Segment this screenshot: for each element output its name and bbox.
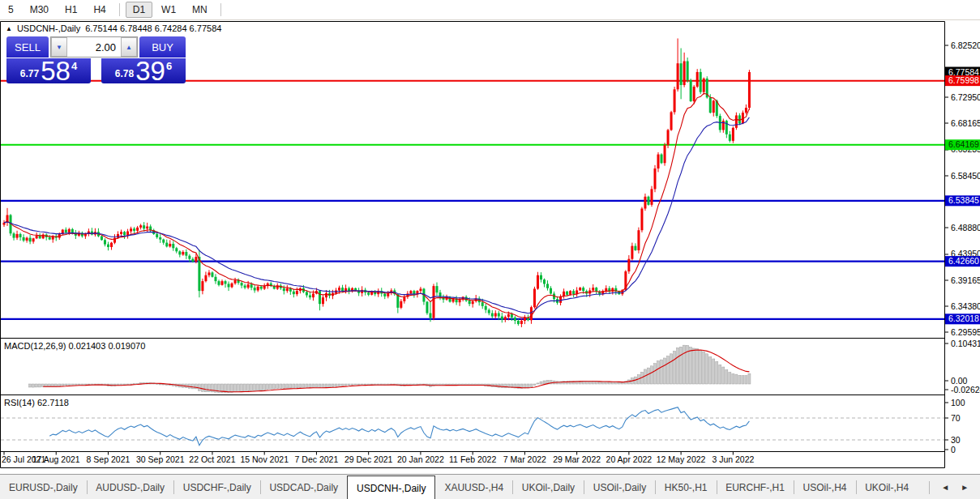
mt4-window: { "toolbar": { "periods": ["5", "M30", "…	[0, 0, 980, 499]
sell-price-display[interactable]: 6.77 58 4	[6, 58, 91, 83]
candle	[409, 291, 412, 293]
tf-button-m30[interactable]: M30	[23, 2, 56, 18]
candle	[107, 245, 109, 247]
sell-button[interactable]: SELL	[6, 36, 49, 58]
volume-input[interactable]: 2.00	[67, 37, 121, 57]
candle	[169, 244, 171, 246]
date-tick-label: 8 Sep 2021	[87, 454, 131, 464]
hline-layer[interactable]	[1, 81, 944, 319]
candle	[637, 230, 640, 250]
symbol-tab-usdchf-daily[interactable]: USDCHF-,Daily	[174, 475, 260, 499]
candle	[485, 306, 487, 310]
candle	[693, 87, 695, 101]
candle	[29, 238, 32, 242]
candle	[208, 272, 210, 275]
candle	[472, 301, 474, 304]
tf-button-h1[interactable]: H1	[58, 2, 84, 18]
candle	[488, 310, 490, 313]
sell-price-sup: 4	[71, 60, 77, 72]
candle	[49, 237, 51, 240]
date-tick-label: 17 Aug 2021	[32, 454, 80, 464]
candle	[550, 288, 552, 294]
blue-line-badge-3: 6.32018	[945, 313, 980, 324]
symbol-tab-audusd-daily[interactable]: AUDUSD-,Daily	[87, 475, 173, 499]
candle	[595, 288, 597, 292]
tabs-scroll-left[interactable]: ◄	[941, 483, 949, 492]
candle	[703, 79, 705, 92]
timeframe-toolbar: 5M30H1H4D1W1MN	[0, 0, 980, 20]
symbol-tab-usdcad-daily[interactable]: USDCAD-,Daily	[260, 475, 347, 499]
candle	[507, 314, 510, 317]
symbol-tab-xauusd-h4[interactable]: XAUUSD-,H4	[435, 475, 512, 499]
buy-price-display[interactable]: 6.78 39 6	[101, 58, 186, 83]
candle	[748, 72, 751, 108]
tf-button-5[interactable]: 5	[1, 2, 21, 18]
date-tick-label: 29 Dec 2021	[344, 454, 393, 464]
symbol-tab-usoil-daily[interactable]: USOil-,Daily	[584, 475, 655, 499]
tf-button-h4[interactable]: H4	[86, 2, 113, 18]
candle	[631, 246, 633, 259]
symbol-tab-eurchf-h1[interactable]: EURCHF-,H1	[717, 475, 794, 499]
candle	[403, 297, 405, 301]
volume-increase-button[interactable]: ▲	[121, 37, 137, 57]
macd-axis-label: 0.104313	[951, 339, 980, 348]
tabs-scroll-right[interactable]: ►	[961, 483, 969, 492]
candle	[19, 234, 22, 237]
tf-button-w1[interactable]: W1	[154, 2, 183, 18]
candle	[469, 301, 471, 304]
candle	[517, 321, 520, 324]
candle	[725, 121, 728, 134]
candle	[36, 236, 38, 238]
candle	[501, 317, 503, 320]
tf-button-mn[interactable]: MN	[185, 2, 215, 18]
symbol-tab-ukoil-h4[interactable]: UKOil-,H4	[856, 475, 918, 499]
candle	[296, 291, 298, 294]
candle	[286, 288, 289, 291]
candle	[713, 100, 715, 113]
candle	[257, 287, 259, 291]
candle	[520, 321, 523, 324]
frame-layer	[1, 22, 945, 468]
symbol-tab-usdcnh-daily[interactable]: USDCNH-,Daily	[347, 476, 435, 499]
buy-button[interactable]: BUY	[139, 36, 186, 58]
candle	[260, 287, 263, 289]
candle	[514, 318, 516, 321]
symbol-tab-usoil-h4[interactable]: USOil-,H4	[794, 475, 856, 499]
candle	[204, 275, 207, 281]
symbol-tab-bar: EURUSD-,DailyAUDUSD-,DailyUSDCHF-,DailyU…	[0, 474, 980, 499]
date-tick-label: 7 Dec 2021	[295, 454, 339, 464]
candle	[156, 234, 158, 237]
candle	[225, 281, 227, 284]
candle	[126, 232, 129, 236]
chart-canvas[interactable]: 6.825206.729506.681656.632356.584506.488…	[0, 21, 980, 468]
candle	[139, 225, 142, 228]
candle	[26, 238, 28, 241]
candle	[634, 246, 636, 250]
volume-decrease-button[interactable]: ▼	[51, 37, 67, 57]
buy-price-small: 6.78	[115, 68, 134, 79]
date-tick-label: 12 May 2022	[657, 454, 706, 464]
sell-price-small: 6.77	[20, 68, 39, 79]
symbol-tab-eurusd-daily[interactable]: EURUSD-,Daily	[0, 475, 87, 499]
rsi-axis-label: 30	[951, 435, 961, 445]
tf-button-d1[interactable]: D1	[126, 2, 152, 18]
candle	[530, 307, 533, 320]
candle	[211, 272, 213, 276]
candle	[680, 63, 683, 85]
candle	[221, 281, 224, 285]
symbol-tab-hk50-h1[interactable]: HK50-,H1	[656, 475, 717, 499]
blue-line-badge-2: 6.42660	[945, 256, 980, 267]
date-tick-label: 20 Jan 2022	[397, 454, 444, 464]
candle	[569, 291, 571, 295]
macd-label: MACD(12,26,9) 0.021403 0.019070	[4, 341, 145, 351]
macd-axis-label: -0.026249	[951, 385, 980, 395]
candle	[459, 300, 461, 302]
candle	[661, 155, 663, 164]
price-tick-label: 6.34380	[951, 301, 980, 311]
symbol-tab-ukoil-daily[interactable]: UKOil-,Daily	[513, 475, 584, 499]
collapse-panel-icon[interactable]: ▲	[6, 25, 12, 32]
candle	[23, 237, 25, 241]
candle	[188, 256, 190, 259]
one-click-trade-panel: SELL ▼ 2.00 ▲ BUY 6.77 58 4 6.78 39 6	[6, 36, 186, 83]
candle	[231, 284, 233, 288]
